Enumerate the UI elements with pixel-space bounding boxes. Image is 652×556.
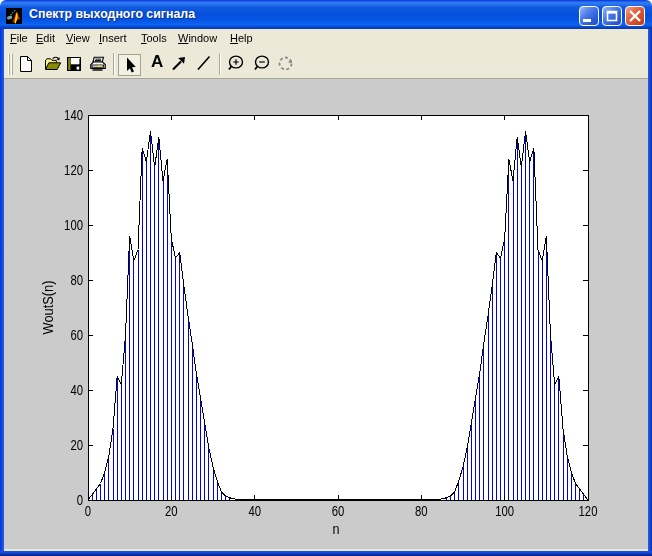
svg-text:20: 20 <box>165 502 178 519</box>
svg-text:100: 100 <box>64 216 83 233</box>
svg-text:140: 140 <box>64 106 83 123</box>
svg-text:20: 20 <box>70 436 83 453</box>
svg-text:40: 40 <box>248 502 261 519</box>
svg-text:120: 120 <box>579 502 598 519</box>
svg-text:100: 100 <box>495 502 514 519</box>
svg-text:60: 60 <box>70 326 83 343</box>
svg-text:80: 80 <box>415 502 428 519</box>
svg-text:80: 80 <box>70 271 83 288</box>
svg-text:60: 60 <box>332 502 345 519</box>
svg-text:n: n <box>333 520 340 537</box>
svg-text:WoutS(n): WoutS(n) <box>39 280 56 334</box>
svg-text:40: 40 <box>70 381 83 398</box>
svg-text:0: 0 <box>77 491 83 508</box>
svg-text:120: 120 <box>64 161 83 178</box>
svg-text:0: 0 <box>85 502 91 519</box>
